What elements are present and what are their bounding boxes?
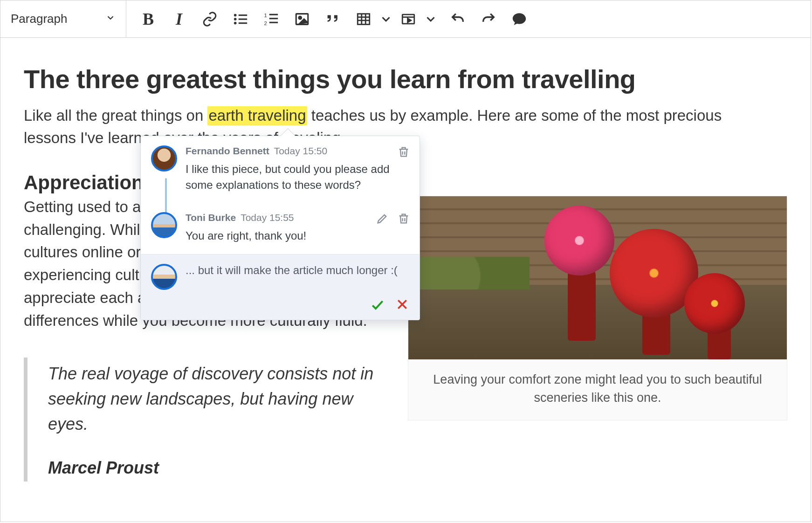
trash-icon <box>397 212 410 225</box>
table-button[interactable] <box>348 1 379 37</box>
blockquote-button[interactable] <box>317 1 348 37</box>
svg-point-2 <box>234 21 237 24</box>
media-dropdown[interactable] <box>424 1 438 37</box>
svg-rect-5 <box>239 22 247 24</box>
delete-comment-button[interactable] <box>397 212 410 225</box>
media-button[interactable] <box>393 1 424 37</box>
svg-rect-4 <box>239 18 247 20</box>
delete-comment-button[interactable] <box>397 145 410 158</box>
svg-text:2: 2 <box>264 20 267 26</box>
chevron-down-icon <box>105 13 116 26</box>
comment-text: I like this piece, but could you please … <box>186 161 409 193</box>
svg-rect-13 <box>358 14 370 24</box>
numbered-list-button[interactable]: 12 <box>256 1 287 37</box>
comment-icon <box>511 11 527 27</box>
svg-point-1 <box>234 18 237 21</box>
link-icon <box>202 11 218 27</box>
undo-button[interactable] <box>442 1 473 37</box>
table-dropdown[interactable] <box>379 1 393 37</box>
svg-point-0 <box>234 14 237 16</box>
bullet-list-button[interactable] <box>225 1 256 37</box>
comment-reply-row: ... but it will make the article much lo… <box>141 254 420 320</box>
svg-rect-3 <box>239 14 247 16</box>
quote-icon <box>325 11 341 27</box>
pencil-icon <box>376 212 389 225</box>
link-button[interactable] <box>194 1 225 37</box>
block-style-label: Paragraph <box>11 12 67 26</box>
cancel-reply-button[interactable] <box>395 297 409 311</box>
avatar <box>151 145 177 172</box>
comment-author: Toni Burke <box>186 212 236 223</box>
intro-text-pre: Like all the great things on <box>24 107 207 124</box>
svg-rect-10 <box>269 21 278 23</box>
comment-button[interactable] <box>504 1 535 37</box>
svg-marker-20 <box>408 18 411 22</box>
svg-rect-8 <box>269 14 278 15</box>
quote-text: The real voyage of discovery consists no… <box>48 361 389 437</box>
avatar <box>151 264 177 290</box>
figure-image <box>408 196 787 359</box>
comment-time: Today 15:50 <box>274 145 327 157</box>
block-style-select[interactable]: Paragraph <box>0 0 126 37</box>
svg-text:1: 1 <box>264 12 267 18</box>
editor-frame: Paragraph B I 12 <box>0 0 811 522</box>
highlighted-text[interactable]: earth traveling <box>207 106 307 125</box>
edit-comment-button[interactable] <box>376 212 389 225</box>
redo-button[interactable] <box>473 1 504 37</box>
svg-point-12 <box>299 16 302 19</box>
undo-icon <box>450 11 466 27</box>
close-icon <box>395 297 409 311</box>
editor-content[interactable]: The three greatest things you learn from… <box>0 38 811 482</box>
table-icon <box>356 11 372 27</box>
comment-text: You are right, thank you! <box>186 228 409 244</box>
italic-button[interactable]: I <box>164 1 194 37</box>
comment-author: Fernando Bennett <box>186 145 269 157</box>
image-button[interactable] <box>287 1 317 37</box>
quote-attribution: Marcel Proust <box>48 458 389 478</box>
numbered-list-icon: 12 <box>263 11 279 27</box>
figure-caption: Leaving your comfort zone might lead you… <box>408 359 787 420</box>
media-icon <box>400 11 416 27</box>
document-title: The three greatest things you learn from… <box>24 64 787 94</box>
comment-item: Toni Burke Today 15:55 You are right, th… <box>141 203 420 254</box>
image-icon <box>294 11 310 27</box>
comment-time: Today 15:55 <box>241 212 294 223</box>
chevron-down-icon <box>424 11 438 27</box>
avatar <box>151 212 177 238</box>
reply-input[interactable]: ... but it will make the article much lo… <box>186 264 409 277</box>
check-icon <box>370 297 385 312</box>
redo-icon <box>481 11 496 27</box>
comment-item: Fernando Bennett Today 15:50 I like this… <box>141 136 420 203</box>
bold-button[interactable]: B <box>133 1 164 37</box>
toolbar: Paragraph B I 12 <box>0 0 811 38</box>
comment-popover: Fernando Bennett Today 15:50 I like this… <box>140 136 420 320</box>
submit-reply-button[interactable] <box>370 297 385 312</box>
blockquote: The real voyage of discovery consists no… <box>24 358 389 482</box>
trash-icon <box>397 145 410 158</box>
bullet-list-icon <box>233 11 248 27</box>
svg-rect-9 <box>269 18 278 19</box>
toolbar-buttons: B I 12 <box>126 0 535 37</box>
figure[interactable]: Leaving your comfort zone might lead you… <box>408 196 787 420</box>
chevron-down-icon <box>379 11 393 27</box>
